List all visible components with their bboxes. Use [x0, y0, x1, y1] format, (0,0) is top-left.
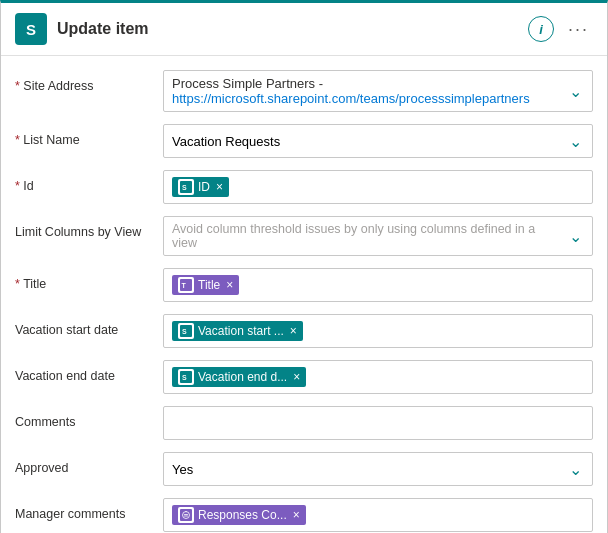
title-label: * Title: [15, 268, 163, 292]
limit-columns-row: Limit Columns by View Avoid column thres…: [1, 210, 607, 262]
manager-comments-row: Manager comments Responses Co... ×: [1, 492, 607, 533]
title-tag-label: Title: [198, 278, 220, 292]
approved-label: Approved: [15, 452, 163, 476]
id-tag: S ID ×: [172, 177, 229, 197]
approved-dropdown-arrow[interactable]: ⌄: [558, 453, 592, 485]
manager-comments-tag-close[interactable]: ×: [293, 509, 300, 521]
manager-comments-tag: Responses Co... ×: [172, 505, 306, 525]
card-header: S Update item i ···: [1, 3, 607, 56]
comments-label: Comments: [15, 406, 163, 430]
vacation-start-tag-icon: S: [178, 323, 194, 339]
limit-columns-placeholder: Avoid column threshold issues by only us…: [172, 222, 556, 250]
approved-value: Yes: [172, 462, 193, 477]
form-body: * Site Address Process Simple Partners -…: [1, 56, 607, 533]
vacation-end-tag: S Vacation end d... ×: [172, 367, 306, 387]
manager-comments-tag-label: Responses Co...: [198, 508, 287, 522]
header-actions: i ···: [528, 16, 593, 42]
site-address-value-label: Process Simple Partners -: [172, 76, 556, 91]
title-tag: T Title ×: [172, 275, 239, 295]
title-row: * Title T Title ×: [1, 262, 607, 308]
svg-rect-8: [180, 509, 192, 521]
more-button[interactable]: ···: [564, 19, 593, 40]
svg-text:S: S: [182, 328, 187, 335]
comments-control[interactable]: [163, 406, 593, 440]
vacation-start-label: Vacation start date: [15, 314, 163, 338]
id-tag-icon: S: [178, 179, 194, 195]
list-name-value: Vacation Requests: [172, 134, 280, 149]
svg-text:T: T: [182, 282, 187, 289]
card-title: Update item: [57, 20, 518, 38]
list-name-control[interactable]: Vacation Requests ⌄: [163, 124, 593, 158]
list-name-dropdown-arrow[interactable]: ⌄: [558, 125, 592, 157]
comments-row: Comments: [1, 400, 607, 446]
vacation-start-row: Vacation start date S Vacation start ...…: [1, 308, 607, 354]
site-address-control[interactable]: Process Simple Partners - https://micros…: [163, 70, 593, 112]
vacation-end-control[interactable]: S Vacation end d... ×: [163, 360, 593, 394]
id-control[interactable]: S ID ×: [163, 170, 593, 204]
manager-comments-label: Manager comments: [15, 498, 163, 522]
svg-text:S: S: [182, 374, 187, 381]
limit-columns-dropdown-arrow[interactable]: ⌄: [558, 217, 592, 255]
vacation-end-label: Vacation end date: [15, 360, 163, 384]
info-button[interactable]: i: [528, 16, 554, 42]
limit-columns-control[interactable]: Avoid column threshold issues by only us…: [163, 216, 593, 256]
id-tag-label: ID: [198, 180, 210, 194]
list-name-row: * List Name Vacation Requests ⌄: [1, 118, 607, 164]
vacation-end-tag-icon: S: [178, 369, 194, 385]
site-address-row: * Site Address Process Simple Partners -…: [1, 64, 607, 118]
id-tag-close[interactable]: ×: [216, 181, 223, 193]
vacation-start-control[interactable]: S Vacation start ... ×: [163, 314, 593, 348]
id-label: * Id: [15, 170, 163, 194]
title-control[interactable]: T Title ×: [163, 268, 593, 302]
site-address-value-url: https://microsoft.sharepoint.com/teams/p…: [172, 91, 556, 106]
approved-control[interactable]: Yes ⌄: [163, 452, 593, 486]
manager-comments-control[interactable]: Responses Co... ×: [163, 498, 593, 532]
vacation-start-tag-label: Vacation start ...: [198, 324, 284, 338]
update-item-card: S Update item i ··· * Site Address Proce…: [0, 0, 608, 533]
limit-columns-label: Limit Columns by View: [15, 216, 163, 240]
vacation-end-tag-close[interactable]: ×: [293, 371, 300, 383]
list-name-label: * List Name: [15, 124, 163, 148]
site-address-label: * Site Address: [15, 70, 163, 94]
vacation-end-row: Vacation end date S Vacation end d... ×: [1, 354, 607, 400]
app-icon: S: [15, 13, 47, 45]
approved-row: Approved Yes ⌄: [1, 446, 607, 492]
vacation-start-tag: S Vacation start ... ×: [172, 321, 303, 341]
vacation-end-tag-label: Vacation end d...: [198, 370, 287, 384]
title-tag-close[interactable]: ×: [226, 279, 233, 291]
id-row: * Id S ID ×: [1, 164, 607, 210]
vacation-start-tag-close[interactable]: ×: [290, 325, 297, 337]
svg-text:S: S: [182, 184, 187, 191]
site-address-dropdown-arrow[interactable]: ⌄: [558, 71, 592, 111]
title-tag-icon: T: [178, 277, 194, 293]
manager-comments-tag-icon: [178, 507, 194, 523]
site-address-required: *: [15, 79, 23, 93]
